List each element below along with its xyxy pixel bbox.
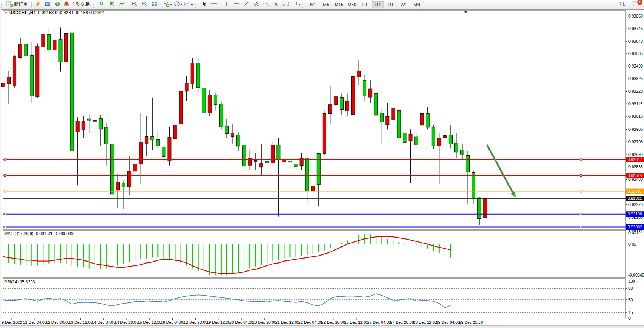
svg-text:22 Dec 20:00: 22 Dec 20:00	[321, 320, 345, 325]
zoom-out-button[interactable]	[140, 1, 149, 8]
svg-text:-0.003459: -0.003459	[628, 273, 644, 277]
line-handle	[4, 213, 6, 215]
templates-button[interactable]: ▾	[183, 1, 194, 8]
toolbar-separator	[220, 2, 220, 8]
svg-text:14 Dec 20:00: 14 Dec 20:00	[115, 320, 139, 325]
chart-collapse-icon[interactable]: ▼	[5, 11, 8, 15]
cursor-button[interactable]	[199, 1, 209, 8]
fibonacci-button[interactable]: F	[261, 1, 271, 8]
search-button[interactable]	[617, 0, 627, 8]
metaeditor-button[interactable]	[33, 1, 43, 8]
chat-unread-badge: 1	[637, 0, 643, 5]
tf-h1-button[interactable]: H1	[359, 1, 371, 8]
tf-m30-button[interactable]: M30	[346, 1, 358, 8]
signals-button[interactable]	[53, 1, 63, 8]
tf-m15-button[interactable]: M15	[333, 1, 345, 8]
svg-text:0.92900: 0.92900	[628, 127, 643, 132]
text-icon: A	[273, 1, 279, 8]
svg-text:0.93535: 0.93535	[628, 51, 643, 56]
tf-d1-button[interactable]: D1	[385, 1, 397, 8]
dropdown-arrow-icon: ▾	[181, 3, 183, 6]
svg-text:0.92647: 0.92647	[628, 157, 642, 162]
svg-text:14 Dec 04:00: 14 Dec 04:00	[92, 320, 116, 325]
tf-h4-button[interactable]: H4	[372, 1, 384, 8]
svg-text:0.92381: 0.92381	[628, 189, 642, 193]
new-order-icon	[6, 1, 13, 8]
svg-text:0.92190: 0.92190	[628, 212, 642, 216]
fibonacci-icon: F	[263, 1, 270, 8]
toolbar-grip[interactable]	[195, 2, 198, 8]
line-handle	[580, 175, 582, 177]
svg-text:0.93850: 0.93850	[628, 14, 643, 18]
svg-text:12 Dec 04:00: 12 Dec 04:00	[23, 320, 47, 325]
toolbar-grip[interactable]	[93, 2, 96, 8]
svg-text:28 Dec 12:00: 28 Dec 12:00	[413, 320, 437, 325]
line-handle	[580, 190, 582, 192]
svg-text:0.92795: 0.92795	[628, 140, 643, 144]
svg-text:20 Dec 04:00: 20 Dec 04:00	[230, 320, 254, 325]
chat-button[interactable]: 1	[630, 0, 640, 8]
cursor-icon	[201, 1, 207, 8]
svg-text:100: 100	[628, 279, 635, 283]
zoom-in-icon	[131, 1, 138, 8]
text-button[interactable]: A	[271, 1, 281, 8]
indicators-button[interactable]: ▾	[162, 1, 173, 8]
chart-bars-button[interactable]	[97, 1, 107, 8]
svg-text:0.93430: 0.93430	[628, 64, 643, 68]
svg-text:0.92270: 0.92270	[628, 202, 643, 207]
svg-text:27 Dec 04:00: 27 Dec 04:00	[367, 320, 391, 325]
svg-text:9 Dec 2022: 9 Dec 2022	[2, 320, 22, 325]
line-handle	[580, 226, 582, 228]
svg-text:0.92321: 0.92321	[628, 196, 642, 201]
text-label-button[interactable]: T	[281, 1, 291, 8]
trendline-button[interactable]	[241, 1, 251, 8]
svg-text:E: E	[257, 4, 259, 7]
svg-text:22 Dec 04:00: 22 Dec 04:00	[298, 320, 322, 325]
tile-windows-icon	[151, 1, 158, 8]
dropdown-arrow-icon: ▾	[170, 3, 172, 6]
zoom-in-button[interactable]	[130, 1, 140, 8]
equidistant-channel-button[interactable]: E	[251, 1, 261, 8]
tf-m1-button[interactable]: M1	[307, 1, 319, 8]
tile-windows-button[interactable]	[149, 1, 159, 8]
toolbar-grip[interactable]	[302, 2, 305, 8]
svg-text:18 Dec 23:00: 18 Dec 23:00	[183, 320, 207, 325]
arrows-button[interactable]: ▾	[291, 1, 302, 8]
autotrading-label: 自动交易	[71, 1, 90, 8]
line-chart-icon	[119, 1, 125, 8]
new-order-button[interactable]: 新订单	[5, 1, 30, 8]
line-handle	[4, 159, 6, 161]
vertical-line-button[interactable]	[222, 1, 231, 8]
svg-text:0.93010: 0.93010	[628, 114, 643, 119]
svg-text:0.92690: 0.92690	[628, 152, 643, 157]
terminal-icon	[44, 1, 51, 8]
chart-candles-button[interactable]	[107, 1, 117, 8]
chart-title: ▼USDCHF-,H40.92158 0.92323 0.92158 0.923…	[5, 10, 105, 15]
svg-text:T: T	[285, 2, 287, 6]
status-strip	[0, 325, 644, 328]
new-order-label: 新订单	[14, 1, 28, 8]
tf-mn-button[interactable]: MN	[411, 1, 423, 8]
svg-text:0: 0	[628, 316, 631, 320]
chart-canvas[interactable]: 0.938500.937450.936400.935350.934300.933…	[0, 0, 644, 328]
svg-text:21 Dec 12:00: 21 Dec 12:00	[275, 320, 299, 325]
svg-text:0.92514: 0.92514	[628, 173, 642, 178]
crosshair-button[interactable]	[209, 1, 219, 8]
horizontal-line-button[interactable]	[231, 1, 241, 8]
toolbar-separator	[161, 2, 161, 8]
tf-w1-button[interactable]: W1	[398, 1, 410, 8]
tf-m5-button[interactable]: M5	[320, 1, 332, 8]
periods-button[interactable]: ▾	[173, 1, 183, 8]
toolbar-grip[interactable]	[1, 2, 4, 8]
svg-text:0.93745: 0.93745	[628, 26, 643, 31]
svg-text:15: 15	[628, 310, 633, 315]
terminal-button[interactable]	[43, 1, 53, 8]
svg-text:0.92585: 0.92585	[628, 164, 643, 169]
chart-line-button[interactable]	[117, 1, 127, 8]
svg-text:0.001241: 0.001241	[628, 230, 644, 235]
autotrading-button[interactable]: 自动交易	[63, 1, 92, 8]
vertical-line-icon	[223, 1, 230, 8]
line-handle	[4, 175, 6, 177]
dropdown-arrow-icon: ▾	[191, 3, 193, 6]
line-handle	[580, 213, 582, 215]
